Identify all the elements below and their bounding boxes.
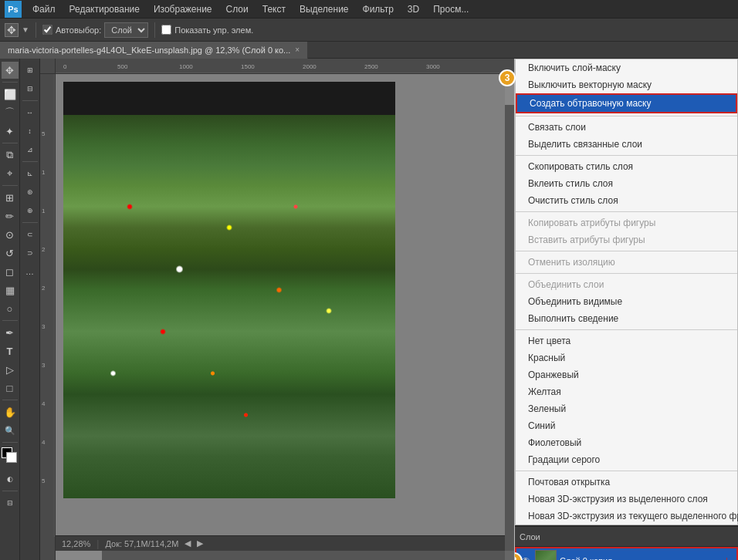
ctx-flatten[interactable]: Выполнить сведение: [516, 310, 737, 327]
menu-edit[interactable]: Редактирование: [63, 2, 146, 16]
ctx-no-color[interactable]: Нет цвета: [516, 332, 737, 349]
ctx-select-linked[interactable]: Выделить связанные слои: [516, 136, 737, 153]
move-tool[interactable]: ✥: [2, 62, 19, 79]
gradient-tool[interactable]: ▦: [2, 282, 19, 299]
menu-3d[interactable]: 3D: [401, 2, 425, 16]
nav-arrow-left[interactable]: ◀: [184, 538, 191, 548]
panel-btn6[interactable]: ⊾: [22, 165, 39, 182]
tool-divider2: [2, 143, 18, 143]
layer-arrow-down: ↓: [723, 553, 730, 561]
crop-tool[interactable]: ⧉: [2, 147, 19, 164]
menu-text[interactable]: Текст: [256, 2, 292, 16]
ctx-enable-layer-mask[interactable]: Включить слой-маску: [516, 59, 737, 76]
scrollbar-thumb-h[interactable]: [56, 551, 102, 560]
menu-image[interactable]: Изображение: [147, 2, 218, 16]
ctx-blue[interactable]: Синий: [516, 417, 737, 434]
panel-btn3[interactable]: ↔: [22, 104, 39, 121]
menu-select[interactable]: Выделение: [293, 2, 355, 16]
screen-mode-btn[interactable]: ⊟: [2, 494, 19, 511]
panel-btn5[interactable]: ⊿: [22, 141, 39, 158]
panel-btn2[interactable]: ⊟: [22, 80, 39, 97]
svg-text:5: 5: [42, 477, 46, 484]
panel-btn8[interactable]: ⊕: [22, 202, 39, 219]
ctx-create-clipping-mask[interactable]: Создать обтравочную маску: [516, 93, 737, 113]
canvas-image: [63, 82, 395, 498]
eraser-tool[interactable]: ◻: [2, 263, 19, 280]
ctx-paste-style[interactable]: Вклеить стиль слоя: [516, 175, 737, 192]
panel-btn10[interactable]: ⊃: [22, 245, 39, 261]
hand-tool[interactable]: ✋: [2, 403, 19, 420]
ctx-red[interactable]: Красный: [516, 349, 737, 366]
eyedropper-tool[interactable]: ⌖: [2, 165, 19, 182]
close-tab-button[interactable]: ×: [295, 46, 300, 54]
layer-row-copy[interactable]: 👁 Слой 0 копия 2 ↓: [515, 547, 738, 560]
layer-select[interactable]: Слой: [104, 22, 148, 38]
nav-arrow-right[interactable]: ▶: [197, 538, 203, 548]
show-elements-group: Показать упр. элем.: [161, 25, 253, 35]
ctx-disable-vector-mask[interactable]: Выключить векторную маску: [516, 76, 737, 93]
menu-filter[interactable]: Фильтр: [357, 2, 400, 16]
canvas-area[interactable]: 0 500 1000 1500 2000 2500 3000 0 5 1 1 2…: [40, 59, 514, 560]
ctx-orange[interactable]: Оранжевый: [516, 366, 737, 383]
ctx-grayscale[interactable]: Градации серого: [516, 451, 737, 468]
canvas-status-bar: 12,28% | Док: 57,1M/114,2M ◀ ▶: [56, 535, 505, 551]
ctx-sep1: [516, 116, 737, 116]
menu-layers[interactable]: Слои: [220, 2, 255, 16]
show-elements-checkbox[interactable]: [161, 25, 171, 35]
panel-btn9[interactable]: ⊂: [22, 226, 39, 243]
path-select-tool[interactable]: ▷: [2, 361, 19, 378]
magic-wand-tool[interactable]: ✦: [2, 123, 19, 140]
ctx-3d-extrude-selection[interactable]: Новая 3D-экструзия из текущего выделенно…: [516, 508, 737, 525]
svg-text:2500: 2500: [364, 63, 378, 70]
ruler-corner: [40, 59, 56, 74]
layer-thumb-copy: [535, 550, 557, 560]
ctx-yellow[interactable]: Желтая: [516, 383, 737, 400]
panel-btn11[interactable]: …: [22, 263, 39, 280]
ctx-green[interactable]: Зеленый: [516, 400, 737, 417]
healing-brush-tool[interactable]: ⊞: [2, 189, 19, 206]
svg-text:2: 2: [42, 285, 46, 292]
brush-tool[interactable]: ✏: [2, 207, 19, 224]
ctx-merge-visible[interactable]: Объединить видимые: [516, 293, 737, 310]
svg-text:2000: 2000: [303, 63, 317, 70]
quick-mask-btn[interactable]: ◐: [2, 471, 19, 487]
autosync-checkbox[interactable]: [42, 25, 52, 35]
rectangular-marquee-tool[interactable]: ⬜: [2, 86, 19, 103]
layers-panel: Слои 👁 Слой 0 копия 2 ↓ 👁 Прямоуг: [515, 525, 738, 560]
panel-btn4[interactable]: ↕: [22, 123, 39, 140]
status-divider: |: [96, 538, 99, 549]
ctx-sep3: [516, 211, 737, 212]
ctx-copy-style[interactable]: Скопировать стиль слоя: [516, 158, 737, 175]
document-tab[interactable]: maria-victoria-portelles-g4L4OL_KkeE-uns…: [0, 42, 308, 59]
step-badge-3: 3: [499, 69, 516, 86]
lasso-tool[interactable]: ⌒: [2, 104, 19, 121]
ctx-clear-style[interactable]: Очистить стиль слоя: [516, 192, 737, 209]
tool-divider4: [2, 320, 18, 321]
ctx-postcard[interactable]: Почтовая открытка: [516, 474, 737, 491]
history-brush-tool[interactable]: ↺: [2, 245, 19, 261]
ps-logo: Ps: [5, 1, 22, 18]
ctx-3d-extrude-layer[interactable]: Новая 3D-экструзия из выделенного слоя: [516, 491, 737, 508]
color-swatches[interactable]: [2, 447, 19, 464]
menu-view[interactable]: Просм...: [427, 2, 475, 16]
layers-toolbar: Слои: [515, 527, 738, 547]
background-color[interactable]: [6, 452, 17, 463]
zoom-level: 12,28%: [62, 539, 90, 548]
menu-file[interactable]: Файл: [26, 2, 62, 16]
scrollbar-horizontal[interactable]: [56, 551, 505, 560]
pen-tool[interactable]: ✒: [2, 324, 19, 341]
panel-btn7[interactable]: ⊛: [22, 184, 39, 201]
svg-text:500: 500: [117, 63, 128, 70]
svg-text:4: 4: [42, 439, 46, 446]
scrollbar-vertical[interactable]: [505, 74, 514, 551]
right-panel: Включить слой-маску Выключить векторную …: [514, 59, 738, 560]
dodge-tool[interactable]: ○: [2, 300, 19, 317]
doc-size: Док: 57,1M/114,2M: [105, 539, 178, 548]
ctx-violet[interactable]: Фиолетовый: [516, 434, 737, 451]
ctx-link-layers[interactable]: Связать слои: [516, 119, 737, 136]
zoom-tool[interactable]: 🔍: [2, 422, 19, 439]
text-tool[interactable]: T: [2, 342, 19, 359]
panel-btn1[interactable]: ⊞: [22, 62, 39, 79]
clone-stamp-tool[interactable]: ⊙: [2, 226, 19, 243]
shape-tool[interactable]: □: [2, 380, 19, 396]
